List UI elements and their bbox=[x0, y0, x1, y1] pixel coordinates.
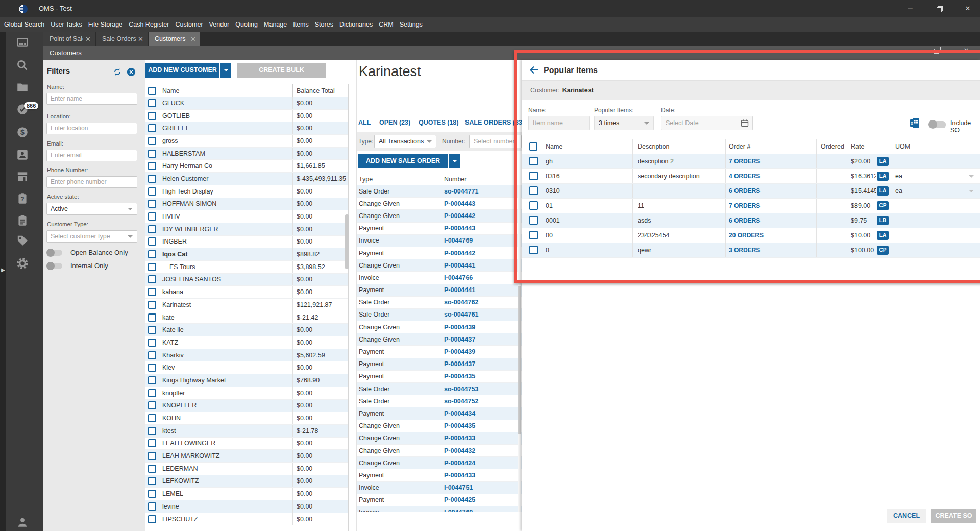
transaction-row[interactable]: InvoiceI-0044760 bbox=[357, 506, 522, 512]
customer-row[interactable]: ktest$-21.78 bbox=[145, 425, 348, 438]
transaction-row[interactable]: Change GivenP-0004424 bbox=[357, 457, 522, 469]
modal-popular-select[interactable]: 3 times bbox=[594, 116, 654, 130]
row-checkbox[interactable] bbox=[529, 157, 538, 165]
customer-row[interactable]: GLUCK$0.00 bbox=[145, 97, 348, 110]
customer-row[interactable]: gross$0.00 bbox=[145, 135, 348, 148]
row-checkbox[interactable] bbox=[148, 112, 156, 120]
inner-close-icon[interactable]: ✕ bbox=[963, 47, 970, 54]
menu-item-vendor[interactable]: Vendor bbox=[209, 21, 235, 28]
row-checkbox[interactable] bbox=[148, 364, 156, 372]
transaction-row[interactable]: PaymentP-0004437 bbox=[357, 358, 522, 371]
customer-row[interactable]: IDY WEINBERGER$0.00 bbox=[145, 223, 348, 236]
maximize-button[interactable] bbox=[935, 5, 943, 13]
row-checkbox[interactable] bbox=[148, 439, 156, 447]
customers-scrollbar[interactable] bbox=[345, 97, 349, 531]
row-checkbox[interactable] bbox=[148, 490, 156, 498]
open-balance-toggle[interactable] bbox=[47, 250, 62, 256]
create-bulk-statements-button[interactable]: CREATE BULK STATEMENTS bbox=[237, 63, 326, 78]
row-checkbox[interactable] bbox=[148, 389, 156, 397]
menu-item-items[interactable]: Items bbox=[293, 21, 314, 28]
popular-item-row[interactable]: 0qewr3 ORDERS$100.00CP bbox=[522, 243, 980, 258]
transaction-number-link[interactable]: P-0004433 bbox=[444, 435, 475, 442]
transaction-number-link[interactable]: so-0044752 bbox=[444, 398, 478, 405]
transaction-row[interactable]: PaymentP-0004439 bbox=[357, 346, 522, 358]
tab-sale-orders[interactable]: Sale Orders✕ bbox=[96, 32, 148, 46]
menu-item-stores[interactable]: Stores bbox=[315, 21, 339, 28]
customer-row[interactable]: High Tech Display$0.00 bbox=[145, 185, 348, 198]
detail-tab-all[interactable]: ALL bbox=[358, 119, 371, 126]
transaction-row[interactable]: PaymentP-0004433 bbox=[357, 469, 522, 481]
row-checkbox[interactable] bbox=[148, 376, 156, 384]
customer-row[interactable]: ES Tours$3,898.52 bbox=[145, 261, 348, 274]
transaction-row[interactable]: PaymentP-0004435 bbox=[357, 371, 522, 383]
row-checkbox[interactable] bbox=[148, 212, 156, 221]
customer-row[interactable]: LIPSCHUTZ$0.00 bbox=[145, 513, 348, 526]
email-filter-input[interactable]: Enter email bbox=[46, 150, 137, 161]
sidebar-item-settings[interactable] bbox=[16, 257, 29, 270]
transaction-number-link[interactable]: P-0004435 bbox=[444, 373, 475, 380]
transaction-number-link[interactable]: P-0004439 bbox=[444, 348, 475, 355]
close-icon[interactable]: ✕ bbox=[85, 35, 91, 43]
customer-row[interactable]: LEMEL$0.00 bbox=[145, 488, 348, 500]
row-checkbox[interactable] bbox=[148, 225, 156, 233]
transaction-row[interactable]: Sale Orderso-0044761 bbox=[357, 309, 522, 321]
transactions-scrollbar[interactable] bbox=[518, 185, 521, 512]
row-checkbox[interactable] bbox=[148, 515, 156, 523]
menu-item-settings[interactable]: Settings bbox=[400, 21, 428, 28]
transaction-row[interactable]: Sale Orderso-0044762 bbox=[357, 297, 522, 309]
add-customer-dropdown-button[interactable] bbox=[220, 63, 231, 78]
transaction-row[interactable]: InvoiceI-0044769 bbox=[357, 235, 522, 247]
chevron-down-icon[interactable] bbox=[969, 175, 974, 178]
transaction-number-link[interactable]: P-0004441 bbox=[444, 286, 475, 294]
transaction-number-link[interactable]: so-0044761 bbox=[444, 311, 478, 318]
internal-only-toggle[interactable] bbox=[47, 263, 62, 269]
customer-row[interactable]: Kings Highway Market$768.90 bbox=[145, 374, 348, 387]
row-checkbox[interactable] bbox=[148, 465, 156, 473]
row-checkbox[interactable] bbox=[148, 301, 156, 309]
row-checkbox[interactable] bbox=[148, 175, 156, 183]
transaction-row[interactable]: PaymentP-0004443 bbox=[357, 223, 522, 235]
customer-row[interactable]: HALBERSTAM$0.00 bbox=[145, 148, 348, 160]
popular-item-row[interactable]: 0001asds6 ORDERS$9.75LB bbox=[522, 213, 980, 228]
orders-link[interactable]: 6 ORDERS bbox=[729, 217, 813, 224]
customer-row[interactable]: KNOPFLER$0.00 bbox=[145, 400, 348, 413]
transaction-number-link[interactable]: so-0044762 bbox=[444, 299, 478, 306]
transaction-row[interactable]: Change GivenP-0004437 bbox=[357, 333, 522, 346]
transaction-row[interactable]: Sale Orderso-0044753 bbox=[357, 383, 522, 395]
customer-row[interactable]: knopfler$0.00 bbox=[145, 387, 348, 400]
transaction-number-link[interactable]: I-0044751 bbox=[444, 484, 473, 491]
transaction-row[interactable]: PaymentP-0004425 bbox=[357, 494, 522, 506]
sidebar-item-orders[interactable] bbox=[16, 214, 29, 227]
menu-item-file-storage[interactable]: File Storage bbox=[88, 21, 128, 28]
menu-item-user-tasks[interactable]: User Tasks bbox=[51, 21, 88, 28]
customer-row[interactable]: LEAH LOWINGER$0.00 bbox=[145, 438, 348, 450]
transaction-number-link[interactable]: I-0044769 bbox=[444, 237, 473, 244]
customer-row[interactable]: Helen Customer$-435,493,911.35 bbox=[145, 173, 348, 185]
transaction-number-link[interactable]: so-0044771 bbox=[444, 188, 478, 195]
menu-item-global-search[interactable]: Global Search bbox=[4, 21, 50, 28]
orders-link[interactable]: 3 ORDERS bbox=[729, 247, 813, 254]
customer-row[interactable]: Karinatest$121,921.87 bbox=[145, 299, 348, 311]
orders-link[interactable]: 4 ORDERS bbox=[729, 173, 813, 180]
row-checkbox[interactable] bbox=[529, 231, 538, 239]
transaction-number-link[interactable]: P-0004425 bbox=[444, 496, 475, 503]
row-checkbox[interactable] bbox=[148, 427, 156, 435]
customer-row[interactable]: Kharkiv$5,602.59 bbox=[145, 349, 348, 362]
popular-item-row[interactable]: 01117 ORDERS$89.00CP bbox=[522, 199, 980, 213]
popular-item-row[interactable]: ghdescription 27 ORDERS$20.00LA bbox=[522, 154, 980, 169]
orders-link[interactable]: 20 ORDERS bbox=[729, 232, 813, 239]
add-new-customer-button[interactable]: ADD NEW CUSTOMER bbox=[145, 63, 219, 78]
menu-item-crm[interactable]: CRM bbox=[379, 21, 399, 28]
row-checkbox[interactable] bbox=[529, 246, 538, 254]
transaction-number-link[interactable]: P-0004442 bbox=[444, 212, 475, 220]
row-checkbox[interactable] bbox=[529, 216, 538, 225]
transaction-number-link[interactable]: P-0004434 bbox=[444, 410, 475, 417]
create-so-button[interactable]: CREATE SO bbox=[931, 509, 976, 523]
cancel-button[interactable]: CANCEL bbox=[887, 509, 926, 523]
modal-item-name-input[interactable]: Item name bbox=[528, 116, 590, 130]
close-icon[interactable]: ✕ bbox=[138, 35, 143, 43]
sidebar-item-search[interactable] bbox=[16, 59, 29, 72]
sidebar-item-payments[interactable]: $ bbox=[16, 126, 29, 139]
orders-link[interactable]: 6 ORDERS bbox=[729, 187, 813, 195]
sidebar-item-help-orders[interactable]: ? bbox=[16, 192, 29, 205]
